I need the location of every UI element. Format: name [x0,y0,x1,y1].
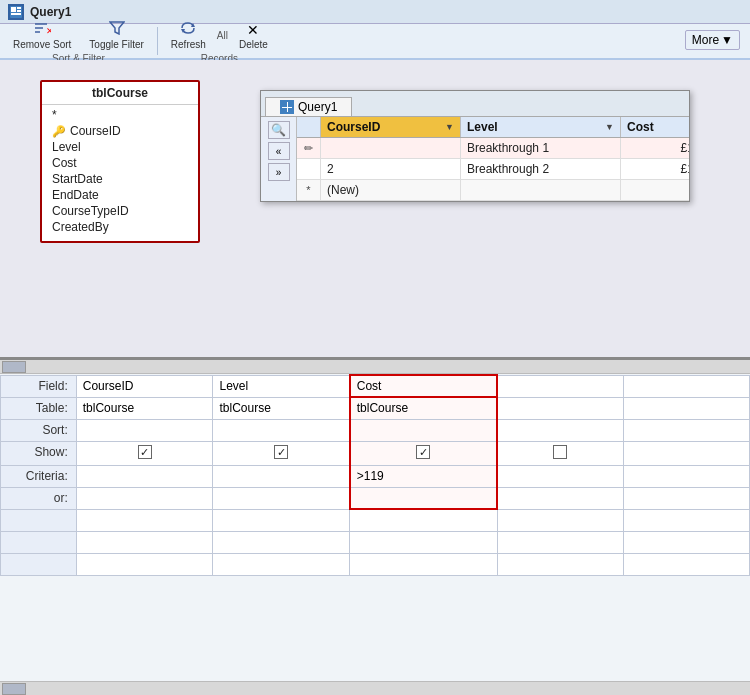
criteria-label: Criteria: [1,465,77,487]
criteria-row: Criteria: >119 [1,465,750,487]
or-row: or: [1,487,750,509]
empty-label-1 [1,509,77,531]
or-empty-1[interactable] [497,487,623,509]
delete-button[interactable]: ✕ Delete [232,19,275,53]
result-row-1: ✏ Breakthrough 1 £119.64 [297,138,689,159]
key-icon: 🔑 [52,125,66,138]
field-startdate: StartDate [50,171,190,187]
empty-cell-3[interactable] [350,509,497,531]
or-label: or: [1,487,77,509]
row-1-indicator: ✏ [297,138,321,158]
criteria-level-cell[interactable] [213,465,350,487]
field-cost-cell[interactable]: Cost [350,375,497,397]
query-tab[interactable]: Query1 [265,97,352,116]
table-level-cell[interactable]: tblCourse [213,397,350,419]
show-empty-2[interactable] [623,441,749,465]
table-courseid-cell[interactable]: tblCourse [76,397,213,419]
show-courseid-checkbox[interactable] [138,445,152,459]
criteria-empty-1[interactable] [497,465,623,487]
criteria-cost-cell[interactable]: >119 [350,465,497,487]
cost-col-header[interactable]: Cost ▼ [621,117,689,137]
table-empty-1[interactable] [497,397,623,419]
query-design-panel: Field: CourseID Level Cost Table: tblCou… [0,374,750,695]
nav-expand-button[interactable]: » [268,163,290,181]
field-name: Cost [52,156,77,170]
criteria-courseid-cell[interactable] [76,465,213,487]
sort-filter-group: ✕ Remove Sort Toggle Filter Sort & Filte… [6,18,151,64]
result-tabs: Query1 [261,91,689,117]
criteria-empty-2[interactable] [623,465,749,487]
sort-level-cell[interactable] [213,419,350,441]
empty-cell-4[interactable] [497,509,623,531]
svg-rect-4 [11,13,21,15]
remove-sort-icon: ✕ [33,21,51,38]
top-h-scrollbar[interactable] [0,360,750,374]
show-level-cell[interactable] [213,441,350,465]
new-row-level[interactable] [461,180,621,200]
table-row: Table: tblCourse tblCourse tblCourse [1,397,750,419]
empty-row-3 [1,553,750,575]
show-cost-checkbox[interactable] [416,445,430,459]
show-courseid-cell[interactable] [76,441,213,465]
level-col-header[interactable]: Level ▼ [461,117,621,137]
or-courseid-cell[interactable] [76,487,213,509]
remove-sort-button[interactable]: ✕ Remove Sort [6,18,78,53]
field-name: * [52,108,57,122]
row-2-cost: £119.64 [621,159,689,179]
empty-cell-5[interactable] [623,509,749,531]
empty-cell-2[interactable] [213,509,350,531]
all-dropdown[interactable]: All [217,30,228,41]
or-cost-cell[interactable] [350,487,497,509]
more-button[interactable]: More ▼ [685,30,740,50]
courseid-col-header[interactable]: CourseID ▼ [321,117,461,137]
empty-cell-1[interactable] [76,509,213,531]
show-label: Show: [1,441,77,465]
show-cost-cell[interactable] [350,441,497,465]
sort-row: Sort: [1,419,750,441]
table-cost-cell[interactable]: tblCourse [350,397,497,419]
nav-collapse-button[interactable]: « [268,142,290,160]
show-level-checkbox[interactable] [274,445,288,459]
svg-rect-1 [11,7,16,12]
new-row-indicator: * [297,180,321,200]
field-empty-1[interactable] [497,375,623,397]
toggle-filter-button[interactable]: Toggle Filter [82,18,150,53]
remove-sort-label: Remove Sort [13,39,71,50]
field-name: EndDate [52,188,99,202]
row-2-courseid: 2 [321,159,461,179]
field-empty-2[interactable] [623,375,749,397]
level-sort-icon: ▼ [605,122,614,132]
sort-empty-1[interactable] [497,419,623,441]
field-name: CreatedBy [52,220,109,234]
or-level-cell[interactable] [213,487,350,509]
top-scrollbar-thumb[interactable] [2,361,26,373]
field-asterisk: * [50,107,190,123]
field-level-cell[interactable]: Level [213,375,350,397]
records-group: Refresh All ✕ Delete Records [164,18,275,64]
sort-cost-cell[interactable] [350,419,497,441]
or-empty-2[interactable] [623,487,749,509]
row-2-indicator [297,159,321,179]
table-schema-box: tblCourse * 🔑 CourseID Level Cost StartD… [40,80,200,243]
query-result-window: Query1 🔍 « » CourseID [260,90,690,202]
main-content: tblCourse * 🔑 CourseID Level Cost StartD… [0,60,750,695]
row-1-courseid[interactable] [321,138,461,158]
sort-courseid-cell[interactable] [76,419,213,441]
refresh-all-button[interactable]: Refresh [164,18,213,53]
sort-empty-2[interactable] [623,419,749,441]
new-row-cost[interactable] [621,180,689,200]
table-empty-2[interactable] [623,397,749,419]
show-empty-1-checkbox[interactable] [553,445,567,459]
field-courseid-cell[interactable]: CourseID [76,375,213,397]
svg-text:✕: ✕ [46,26,51,35]
nav-search-button[interactable]: 🔍 [268,121,290,139]
delete-icon: ✕ [247,22,259,38]
toggle-filter-label: Toggle Filter [89,39,143,50]
new-row-courseid[interactable]: (New) [321,180,461,200]
table-name: tblCourse [42,82,198,105]
show-empty-1[interactable] [497,441,623,465]
field-name: CourseID [70,124,121,138]
toggle-filter-icon [109,21,125,38]
bottom-scrollbar-thumb[interactable] [2,683,26,695]
bottom-h-scrollbar[interactable] [0,681,750,695]
